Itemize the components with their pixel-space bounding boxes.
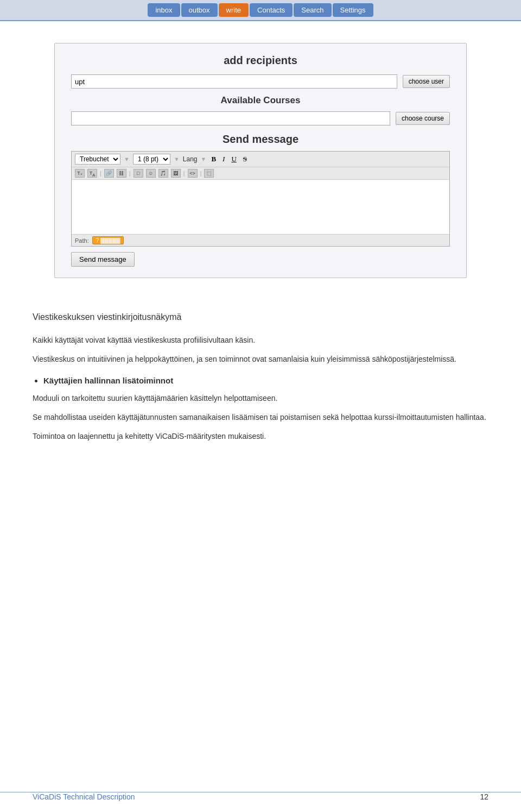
nav-tab-settings[interactable]: Settings xyxy=(333,3,373,17)
text-content: Viestikeskuksen viestinkirjoitusnäkymä K… xyxy=(0,300,521,461)
nav-tab-write[interactable]: write xyxy=(219,3,249,17)
toolbar-icon-link[interactable]: 🔗 xyxy=(104,169,114,178)
font-family-select[interactable]: Trebuchet xyxy=(75,154,120,165)
send-message-button[interactable]: Send message xyxy=(71,252,135,267)
italic-button[interactable]: I xyxy=(221,154,226,164)
nav-tab-inbox[interactable]: inbox xyxy=(148,3,180,17)
main-content: add recipients choose user Available Cou… xyxy=(0,21,521,300)
bullet-para: Moduuli on tarkoitettu suurien käyttäjäm… xyxy=(33,393,488,404)
bullet-list: Käyttäjien hallinnan lisätoiminnot xyxy=(43,376,488,385)
paragraph-3: Se mahdollistaa useiden käyttäjätunnuste… xyxy=(33,412,488,423)
nav-tab-search[interactable]: Search xyxy=(294,3,331,17)
toolbar-icon-tx[interactable]: Tₓ xyxy=(75,169,85,178)
bold-button[interactable]: B xyxy=(209,154,218,164)
course-row: choose course xyxy=(71,111,450,125)
editor-toolbar-bottom: Tₓ TA | 🔗 ⛓ | □ ☺ 🎵 🖼 | <> | ⬚ xyxy=(72,167,449,180)
toolbar-icon-ta[interactable]: TA xyxy=(87,169,97,178)
footer-page-number: 12 xyxy=(480,792,488,801)
nav-tab-contacts[interactable]: Contacts xyxy=(250,3,293,17)
toolbar-icon-code[interactable]: <> xyxy=(188,169,198,178)
nav-tab-outbox[interactable]: outbox xyxy=(181,3,218,17)
bullet-heading: Käyttäjien hallinnan lisätoiminnot xyxy=(43,376,488,385)
available-courses-title: Available Courses xyxy=(71,95,450,106)
ui-demo-panel: add recipients choose user Available Cou… xyxy=(54,43,467,278)
navigation-bar: inbox outbox write Contacts Search Setti… xyxy=(0,0,521,21)
toolbar-divider-7: | xyxy=(200,170,202,177)
lang-label: Lang xyxy=(183,155,198,163)
add-recipients-title: add recipients xyxy=(71,54,450,67)
toolbar-divider-2: ▼ xyxy=(174,156,180,162)
paragraph-2: Viestikeskus on intuitiivinen ja helppok… xyxy=(33,354,488,365)
toolbar-divider-3: ▼ xyxy=(200,156,206,162)
choose-course-button[interactable]: choose course xyxy=(396,112,450,125)
paragraph-1: Kaikki käyttäjät voivat käyttää viestike… xyxy=(33,335,488,346)
send-message-title: Send message xyxy=(71,133,450,146)
rich-text-editor: Trebuchet ▼ 1 (8 pt) ▼ Lang ▼ B I U S Tₓ… xyxy=(71,151,450,247)
underline-button[interactable]: U xyxy=(230,154,238,164)
font-size-select[interactable]: 1 (8 pt) xyxy=(133,154,170,165)
toolbar-icon-image[interactable]: 🖼 xyxy=(171,169,181,178)
path-bar: Path: ? ▓▓▓▓▓ xyxy=(72,234,449,246)
recipient-row: choose user xyxy=(71,74,450,89)
toolbar-icon-html[interactable]: ⬚ xyxy=(204,169,214,178)
path-indicator: ? ▓▓▓▓▓ xyxy=(92,236,124,244)
course-input[interactable] xyxy=(71,111,390,125)
toolbar-icon-box[interactable]: □ xyxy=(134,169,143,178)
toolbar-icon-unlink[interactable]: ⛓ xyxy=(117,169,126,178)
toolbar-divider-5: | xyxy=(129,170,131,177)
page-footer: ViCaDiS Technical Description 12 xyxy=(0,792,521,801)
editor-toolbar-top: Trebuchet ▼ 1 (8 pt) ▼ Lang ▼ B I U S xyxy=(72,152,449,167)
footer-title: ViCaDiS Technical Description xyxy=(33,792,135,801)
intro-heading: Viestikeskuksen viestinkirjoitusnäkymä xyxy=(33,311,488,324)
toolbar-divider-4: | xyxy=(100,170,101,177)
toolbar-icon-media[interactable]: 🎵 xyxy=(158,169,168,178)
recipient-input[interactable] xyxy=(71,74,397,89)
paragraph-4: Toimintoa on laajennettu ja kehitetty Vi… xyxy=(33,431,488,442)
toolbar-divider-6: | xyxy=(183,170,185,177)
editor-body[interactable] xyxy=(72,180,449,234)
toolbar-icon-smiley[interactable]: ☺ xyxy=(146,169,156,178)
toolbar-divider-1: ▼ xyxy=(124,156,130,162)
strikethrough-button[interactable]: S xyxy=(242,154,249,164)
choose-user-button[interactable]: choose user xyxy=(403,75,450,88)
path-label: Path: xyxy=(75,237,89,244)
